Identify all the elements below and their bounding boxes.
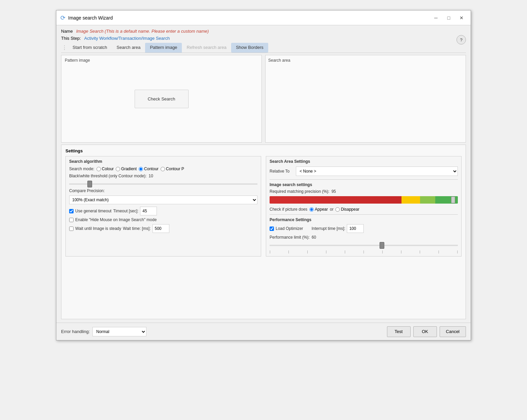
main-panels: Pattern image Check Search Search area (61, 55, 466, 143)
radio-appear: Appear (309, 207, 328, 212)
error-handling-dropdown[interactable]: Normal Ignore Stop (92, 327, 146, 336)
minimize-button[interactable]: ─ (431, 14, 441, 22)
threshold-slider[interactable] (69, 183, 257, 185)
settings-section: Settings Search algorithm Search mode: C… (61, 145, 466, 319)
close-button[interactable]: ✕ (456, 14, 467, 22)
step-row: This Step: Activity Workflow/Transaction… (61, 36, 466, 41)
precision-value: 95 (331, 189, 336, 194)
search-area-panel: Search area (265, 55, 466, 143)
wait-steady-checkbox[interactable] (69, 227, 74, 231)
test-button[interactable]: Test (387, 326, 411, 337)
bar-red (270, 196, 401, 204)
performance-settings-title: Performance Settings (270, 214, 458, 222)
radio-colour: Colour (96, 167, 114, 171)
tab-separator: ⋮ (62, 44, 67, 51)
image-search-settings-subtitle: Image search settings (270, 179, 458, 187)
hide-mouse-row: Enable "Hide Mouse on Image Search" mode (69, 217, 257, 222)
title-bar-controls: ─ □ ✕ (431, 14, 467, 22)
step-link[interactable]: Activity Workflow/Transaction/Image Sear… (84, 36, 170, 41)
tick-8: | (420, 250, 420, 253)
radio-contour: Contour (139, 167, 159, 171)
tick-9: | (438, 250, 439, 253)
tick-0: | (270, 250, 270, 253)
radio-gradient-input[interactable] (116, 167, 120, 171)
title-bar: ⟳ Image search Wizard ─ □ ✕ (56, 10, 471, 25)
relative-to-dropdown[interactable]: < None > Screen Window (296, 167, 458, 176)
radio-contour-input[interactable] (139, 167, 143, 171)
error-handling-label: Error handling: (61, 329, 90, 334)
bottom-bar: Error handling: Normal Ignore Stop Test … (56, 323, 471, 340)
tick-10: | (457, 250, 458, 253)
tick-1: | (288, 250, 289, 253)
compare-precision-dropdown-row: 100% (Exact match) 90% 80% 70% (69, 196, 257, 204)
load-optimizer-row: Load Optimizer Interrupt time [ms]: (270, 224, 458, 233)
load-optimizer-checkbox[interactable] (270, 227, 274, 231)
tick-7: | (401, 250, 401, 253)
check-search-button[interactable]: Check Search (135, 90, 189, 108)
ok-button[interactable]: OK (413, 326, 437, 337)
tick-6: | (382, 250, 383, 253)
use-general-timeout-checkbox[interactable] (69, 209, 74, 213)
load-optimizer-label: Load Optimizer (276, 226, 303, 231)
tab-search-area[interactable]: Search area (112, 43, 145, 53)
interrupt-time-input[interactable] (347, 224, 364, 233)
pattern-image-panel: Pattern image Check Search (61, 55, 262, 143)
use-general-timeout-label: Use general timeout (75, 209, 111, 213)
performance-ticks: | | | | | | | | | | | (270, 250, 458, 253)
threshold-label: Black\white threshold (only Contour mode… (69, 174, 146, 178)
radio-contour-p-input[interactable] (161, 167, 165, 171)
bar-green-light (420, 196, 435, 204)
threshold-slider-container (69, 181, 257, 186)
tab-pattern-image[interactable]: Pattern image (145, 43, 182, 53)
search-algorithm-title: Search algorithm (69, 159, 257, 164)
check-picture-label: Check if picture does (270, 207, 307, 212)
performance-slider[interactable] (270, 245, 458, 246)
radio-colour-input[interactable] (96, 167, 101, 171)
timeout-input[interactable] (140, 207, 157, 215)
performance-limit-row: Performance limit (%): 60 (270, 235, 458, 240)
tick-2: | (307, 250, 308, 253)
wait-time-label: Wait time: [ms]: (123, 226, 150, 231)
wait-time-input[interactable] (152, 224, 169, 233)
radio-appear-input[interactable] (309, 207, 314, 212)
search-area-settings-title: Search Area Settings (270, 159, 458, 164)
hide-mouse-checkbox[interactable] (69, 218, 74, 222)
error-handling-group: Error handling: Normal Ignore Stop (61, 327, 146, 336)
precision-thumb (451, 197, 455, 203)
radio-gradient: Gradient (116, 167, 137, 171)
tab-show-borders[interactable]: Show Borders (231, 43, 268, 53)
radio-contour-label: Contour (144, 167, 159, 171)
appear-label: Appear (315, 207, 328, 212)
disappear-label: Disappear (341, 207, 359, 212)
search-mode-label: Search mode: (69, 167, 94, 171)
window-title: Image search Wizard (68, 15, 113, 21)
settings-title: Settings (65, 148, 462, 153)
relative-to-label: Relative To (270, 169, 293, 174)
performance-limit-label: Performance limit (%): (270, 235, 310, 240)
tick-3: | (326, 250, 327, 253)
settings-inner: Search algorithm Search mode: Colour Gra… (65, 156, 462, 257)
bottom-buttons: Test OK Cancel (387, 326, 466, 337)
tab-start-from-scratch[interactable]: Start from scratch (68, 43, 112, 53)
radio-contour-p-label: Contour P (166, 167, 184, 171)
search-mode-row: Search mode: Colour Gradient (69, 167, 257, 171)
pattern-image-title: Pattern image (65, 58, 90, 63)
tick-4: | (344, 250, 345, 253)
name-value: Image Search (This is a default name. Pl… (76, 29, 209, 34)
compare-precision-dropdown[interactable]: 100% (Exact match) 90% 80% 70% (69, 196, 257, 204)
main-window: ⟳ Image search Wizard ─ □ ✕ Name Image S… (56, 10, 471, 340)
interrupt-time-label: Interrupt time [ms]: (311, 226, 345, 231)
check-picture-row: Check if picture does Appear or Disappea… (270, 207, 458, 212)
maximize-button[interactable]: □ (444, 14, 454, 22)
bar-yellow (401, 196, 420, 204)
name-label: Name (61, 29, 73, 34)
tab-refresh-search-area[interactable]: Refresh search area (182, 43, 231, 53)
timeout-row: Use general timeout Timeout [sec]: (69, 207, 257, 215)
cancel-button[interactable]: Cancel (440, 326, 466, 337)
help-button[interactable]: ? (456, 35, 466, 44)
performance-slider-container (270, 242, 458, 250)
search-algorithm-panel: Search algorithm Search mode: Colour Gra… (65, 156, 261, 257)
title-bar-left: ⟳ Image search Wizard (60, 14, 113, 22)
precision-row: Required matching precision (%): 95 (270, 189, 458, 194)
radio-disappear-input[interactable] (335, 207, 340, 212)
